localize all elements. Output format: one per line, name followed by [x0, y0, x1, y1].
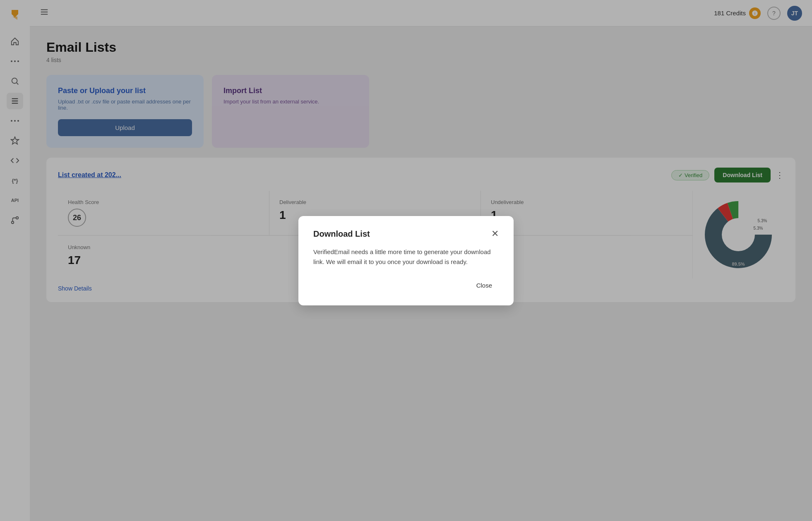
- modal-overlay: Download List ✕ VerifiedEmail needs a li…: [0, 0, 812, 521]
- modal-body: VerifiedEmail needs a little more time t…: [313, 247, 499, 267]
- modal-header: Download List ✕: [313, 229, 499, 239]
- modal-close-action-button[interactable]: Close: [470, 279, 499, 292]
- download-list-modal: Download List ✕ VerifiedEmail needs a li…: [298, 216, 514, 305]
- modal-close-button[interactable]: ✕: [491, 229, 499, 238]
- modal-footer: Close: [313, 279, 499, 292]
- modal-title: Download List: [313, 229, 370, 239]
